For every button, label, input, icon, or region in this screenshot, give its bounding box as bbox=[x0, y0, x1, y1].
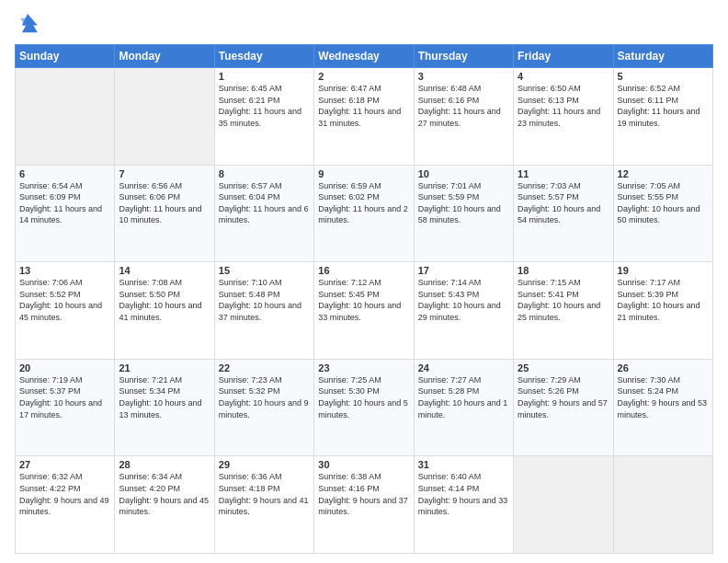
calendar-day-header: Saturday bbox=[613, 45, 712, 68]
calendar-cell: 14Sunrise: 7:08 AMSunset: 5:50 PMDayligh… bbox=[115, 262, 214, 360]
calendar-cell: 30Sunrise: 6:38 AMSunset: 4:16 PMDayligh… bbox=[314, 456, 414, 554]
calendar-cell: 1Sunrise: 6:45 AMSunset: 6:21 PMDaylight… bbox=[214, 68, 313, 166]
cell-info: Sunrise: 6:59 AMSunset: 6:02 PMDaylight:… bbox=[318, 180, 409, 226]
day-number: 14 bbox=[119, 265, 210, 276]
day-number: 1 bbox=[219, 71, 310, 82]
cell-info: Sunrise: 6:45 AMSunset: 6:21 PMDaylight:… bbox=[219, 83, 310, 129]
page-header bbox=[15, 11, 713, 37]
cell-info: Sunrise: 6:38 AMSunset: 4:16 PMDaylight:… bbox=[318, 471, 409, 517]
calendar-day-header: Thursday bbox=[414, 45, 513, 68]
day-number: 18 bbox=[518, 265, 609, 276]
calendar-cell: 20Sunrise: 7:19 AMSunset: 5:37 PMDayligh… bbox=[16, 359, 115, 456]
calendar-week-row: 6Sunrise: 6:54 AMSunset: 6:09 PMDaylight… bbox=[16, 165, 713, 262]
calendar-cell: 16Sunrise: 7:12 AMSunset: 5:45 PMDayligh… bbox=[314, 262, 414, 360]
calendar-cell: 10Sunrise: 7:01 AMSunset: 5:59 PMDayligh… bbox=[414, 165, 513, 262]
day-number: 24 bbox=[418, 362, 509, 373]
cell-info: Sunrise: 7:14 AMSunset: 5:43 PMDaylight:… bbox=[418, 277, 509, 323]
day-number: 5 bbox=[618, 71, 709, 82]
calendar-cell: 27Sunrise: 6:32 AMSunset: 4:22 PMDayligh… bbox=[16, 456, 115, 554]
calendar-cell: 24Sunrise: 7:27 AMSunset: 5:28 PMDayligh… bbox=[414, 359, 513, 456]
calendar-cell: 28Sunrise: 6:34 AMSunset: 4:20 PMDayligh… bbox=[115, 456, 214, 554]
calendar-cell: 5Sunrise: 6:52 AMSunset: 6:11 PMDaylight… bbox=[613, 68, 712, 166]
calendar-cell: 2Sunrise: 6:47 AMSunset: 6:18 PMDaylight… bbox=[314, 68, 414, 166]
day-number: 28 bbox=[119, 459, 210, 470]
calendar-cell: 3Sunrise: 6:48 AMSunset: 6:16 PMDaylight… bbox=[414, 68, 513, 166]
cell-info: Sunrise: 7:08 AMSunset: 5:50 PMDaylight:… bbox=[119, 277, 210, 323]
calendar-cell: 8Sunrise: 6:57 AMSunset: 6:04 PMDaylight… bbox=[214, 165, 313, 262]
cell-info: Sunrise: 7:30 AMSunset: 5:24 PMDaylight:… bbox=[618, 374, 709, 420]
cell-info: Sunrise: 7:19 AMSunset: 5:37 PMDaylight:… bbox=[19, 374, 110, 420]
calendar-cell: 23Sunrise: 7:25 AMSunset: 5:30 PMDayligh… bbox=[314, 359, 414, 456]
day-number: 12 bbox=[618, 168, 709, 179]
calendar-cell: 21Sunrise: 7:21 AMSunset: 5:34 PMDayligh… bbox=[115, 359, 214, 456]
calendar-table: SundayMondayTuesdayWednesdayThursdayFrid… bbox=[15, 44, 713, 554]
calendar-day-header: Monday bbox=[115, 45, 214, 68]
calendar-cell: 11Sunrise: 7:03 AMSunset: 5:57 PMDayligh… bbox=[514, 165, 613, 262]
day-number: 7 bbox=[119, 168, 210, 179]
day-number: 15 bbox=[219, 265, 310, 276]
cell-info: Sunrise: 7:27 AMSunset: 5:28 PMDaylight:… bbox=[418, 374, 509, 420]
cell-info: Sunrise: 6:34 AMSunset: 4:20 PMDaylight:… bbox=[119, 471, 210, 517]
calendar-cell: 4Sunrise: 6:50 AMSunset: 6:13 PMDaylight… bbox=[514, 68, 613, 166]
cell-info: Sunrise: 7:17 AMSunset: 5:39 PMDaylight:… bbox=[618, 277, 709, 323]
cell-info: Sunrise: 7:12 AMSunset: 5:45 PMDaylight:… bbox=[318, 277, 409, 323]
calendar-cell: 9Sunrise: 6:59 AMSunset: 6:02 PMDaylight… bbox=[314, 165, 414, 262]
calendar-week-row: 13Sunrise: 7:06 AMSunset: 5:52 PMDayligh… bbox=[16, 262, 713, 360]
calendar-header: SundayMondayTuesdayWednesdayThursdayFrid… bbox=[16, 45, 713, 68]
calendar-cell bbox=[115, 68, 214, 166]
day-number: 13 bbox=[19, 265, 110, 276]
cell-info: Sunrise: 6:40 AMSunset: 4:14 PMDaylight:… bbox=[418, 471, 509, 517]
calendar-day-header: Friday bbox=[514, 45, 613, 68]
cell-info: Sunrise: 7:23 AMSunset: 5:32 PMDaylight:… bbox=[219, 374, 310, 420]
day-number: 4 bbox=[518, 71, 609, 82]
cell-info: Sunrise: 7:01 AMSunset: 5:59 PMDaylight:… bbox=[418, 180, 509, 226]
cell-info: Sunrise: 6:32 AMSunset: 4:22 PMDaylight:… bbox=[19, 471, 110, 517]
calendar-cell: 26Sunrise: 7:30 AMSunset: 5:24 PMDayligh… bbox=[613, 359, 712, 456]
day-number: 20 bbox=[19, 362, 110, 373]
calendar-cell: 19Sunrise: 7:17 AMSunset: 5:39 PMDayligh… bbox=[613, 262, 712, 360]
day-number: 29 bbox=[219, 459, 310, 470]
calendar-day-header: Tuesday bbox=[214, 45, 313, 68]
day-number: 27 bbox=[19, 459, 110, 470]
day-number: 23 bbox=[318, 362, 409, 373]
day-number: 8 bbox=[219, 168, 310, 179]
calendar-cell: 25Sunrise: 7:29 AMSunset: 5:26 PMDayligh… bbox=[514, 359, 613, 456]
calendar-week-row: 20Sunrise: 7:19 AMSunset: 5:37 PMDayligh… bbox=[16, 359, 713, 456]
day-number: 2 bbox=[318, 71, 409, 82]
calendar-cell: 7Sunrise: 6:56 AMSunset: 6:06 PMDaylight… bbox=[115, 165, 214, 262]
day-number: 6 bbox=[19, 168, 110, 179]
calendar-cell: 13Sunrise: 7:06 AMSunset: 5:52 PMDayligh… bbox=[16, 262, 115, 360]
day-number: 11 bbox=[518, 168, 609, 179]
calendar-cell bbox=[16, 68, 115, 166]
cell-info: Sunrise: 6:48 AMSunset: 6:16 PMDaylight:… bbox=[418, 83, 509, 129]
day-number: 10 bbox=[418, 168, 509, 179]
day-number: 3 bbox=[418, 71, 509, 82]
cell-info: Sunrise: 6:50 AMSunset: 6:13 PMDaylight:… bbox=[518, 83, 609, 129]
calendar-week-row: 1Sunrise: 6:45 AMSunset: 6:21 PMDaylight… bbox=[16, 68, 713, 166]
day-number: 21 bbox=[119, 362, 210, 373]
day-number: 30 bbox=[318, 459, 409, 470]
cell-info: Sunrise: 7:03 AMSunset: 5:57 PMDaylight:… bbox=[518, 180, 609, 226]
calendar-week-row: 27Sunrise: 6:32 AMSunset: 4:22 PMDayligh… bbox=[16, 456, 713, 554]
calendar-cell: 31Sunrise: 6:40 AMSunset: 4:14 PMDayligh… bbox=[414, 456, 513, 554]
cell-info: Sunrise: 6:56 AMSunset: 6:06 PMDaylight:… bbox=[119, 180, 210, 226]
calendar-cell: 18Sunrise: 7:15 AMSunset: 5:41 PMDayligh… bbox=[514, 262, 613, 360]
cell-info: Sunrise: 6:54 AMSunset: 6:09 PMDaylight:… bbox=[19, 180, 110, 226]
logo bbox=[15, 11, 44, 37]
cell-info: Sunrise: 7:05 AMSunset: 5:55 PMDaylight:… bbox=[618, 180, 709, 226]
calendar-day-header: Sunday bbox=[16, 45, 115, 68]
day-number: 26 bbox=[618, 362, 709, 373]
cell-info: Sunrise: 6:47 AMSunset: 6:18 PMDaylight:… bbox=[318, 83, 409, 129]
calendar-cell: 6Sunrise: 6:54 AMSunset: 6:09 PMDaylight… bbox=[16, 165, 115, 262]
cell-info: Sunrise: 7:10 AMSunset: 5:48 PMDaylight:… bbox=[219, 277, 310, 323]
day-number: 25 bbox=[518, 362, 609, 373]
calendar-cell bbox=[514, 456, 613, 554]
calendar-cell: 15Sunrise: 7:10 AMSunset: 5:48 PMDayligh… bbox=[214, 262, 313, 360]
calendar-cell: 12Sunrise: 7:05 AMSunset: 5:55 PMDayligh… bbox=[613, 165, 712, 262]
calendar-cell: 17Sunrise: 7:14 AMSunset: 5:43 PMDayligh… bbox=[414, 262, 513, 360]
day-number: 19 bbox=[618, 265, 709, 276]
calendar-day-header: Wednesday bbox=[314, 45, 414, 68]
logo-icon bbox=[15, 11, 40, 37]
cell-info: Sunrise: 7:21 AMSunset: 5:34 PMDaylight:… bbox=[119, 374, 210, 420]
cell-info: Sunrise: 7:29 AMSunset: 5:26 PMDaylight:… bbox=[518, 374, 609, 420]
